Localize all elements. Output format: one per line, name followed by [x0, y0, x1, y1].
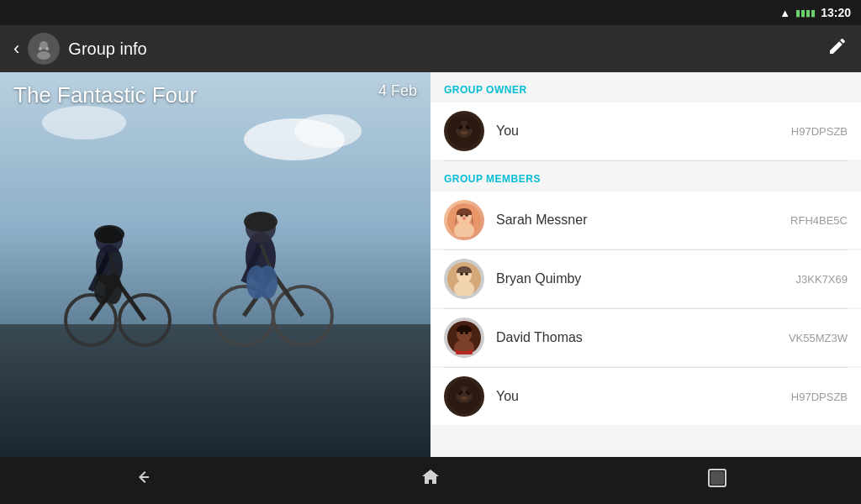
svg-point-4	[45, 47, 49, 50]
owner-info: You	[496, 123, 791, 139]
main-content: The Fantastic Four 4 Feb GROUP OWNER	[0, 72, 861, 457]
svg-rect-6	[0, 324, 430, 457]
svg-point-8	[294, 114, 362, 148]
svg-point-12	[244, 212, 277, 232]
member-code-bryan: J3KK7X69	[796, 273, 848, 286]
member-info-you: You	[496, 389, 791, 404]
svg-point-59	[461, 396, 467, 400]
member-code-you: H97DPSZB	[791, 391, 848, 403]
svg-point-36	[461, 131, 467, 134]
wifi-icon: ▲	[779, 7, 790, 19]
edit-button[interactable]	[827, 36, 848, 61]
top-bar: ‹ Group info	[0, 25, 861, 72]
right-panel: GROUP OWNER You H97DPSZB GROUP M	[430, 72, 861, 457]
member-avatar-you	[444, 376, 484, 417]
svg-point-2	[37, 51, 50, 60]
group-name: The Fantastic Four	[13, 82, 197, 108]
svg-point-20	[257, 265, 277, 299]
member-name-you: You	[496, 389, 519, 403]
group-owner-label: GROUP OWNER	[430, 72, 861, 102]
group-name-overlay: The Fantastic Four 4 Feb	[0, 72, 430, 118]
svg-point-44	[462, 218, 466, 220]
member-name-bryan: Bryan Quimby	[496, 271, 581, 286]
group-date: 4 Feb	[378, 82, 417, 100]
group-image	[0, 72, 430, 457]
back-button[interactable]: ‹	[13, 38, 19, 60]
owner-row[interactable]: You H97DPSZB	[430, 102, 861, 160]
member-info-david: David Thomas	[496, 330, 789, 345]
member-code-sarah: RFH4BE5C	[790, 214, 848, 227]
top-bar-left: ‹ Group info	[13, 33, 147, 65]
battery-icon: ▮▮▮▮	[795, 8, 816, 18]
owner-code: H97DPSZB	[791, 125, 848, 138]
status-time: 13:20	[821, 6, 851, 19]
member-name-sarah: Sarah Messner	[496, 213, 588, 227]
member-code-david: VK55MZ3W	[789, 332, 848, 344]
member-row[interactable]: Bryan Quimby J3KK7X69	[430, 250, 861, 307]
status-bar: ▲ ▮▮▮▮ 13:20	[0, 0, 861, 25]
member-row[interactable]: You H97DPSZB	[430, 368, 861, 425]
owner-avatar	[444, 111, 484, 151]
member-avatar-bryan	[444, 259, 484, 299]
nav-recents-button[interactable]	[689, 459, 746, 501]
nav-home-button[interactable]	[402, 459, 459, 501]
member-row[interactable]: David Thomas VK55MZ3W	[430, 309, 861, 366]
group-members-label: GROUP MEMBERS	[430, 161, 861, 192]
nav-back-button[interactable]	[115, 459, 172, 501]
status-icons: ▲ ▮▮▮▮ 13:20	[779, 6, 851, 19]
member-info-bryan: Bryan Quimby	[496, 271, 796, 286]
owner-name: You	[496, 123, 519, 138]
app-icon	[28, 33, 60, 65]
svg-point-31	[105, 274, 122, 304]
member-info-sarah: Sarah Messner	[496, 213, 790, 228]
member-row[interactable]: Sarah Messner RFH4BE5C	[430, 192, 861, 249]
bottom-nav	[0, 457, 861, 504]
group-image-panel: The Fantastic Four 4 Feb	[0, 72, 430, 457]
page-title: Group info	[68, 39, 146, 59]
member-name-david: David Thomas	[496, 330, 583, 344]
svg-point-3	[39, 47, 42, 50]
member-avatar-david	[444, 318, 484, 358]
member-avatar-sarah	[444, 200, 484, 240]
svg-point-23	[94, 225, 124, 244]
svg-rect-63	[711, 472, 723, 484]
